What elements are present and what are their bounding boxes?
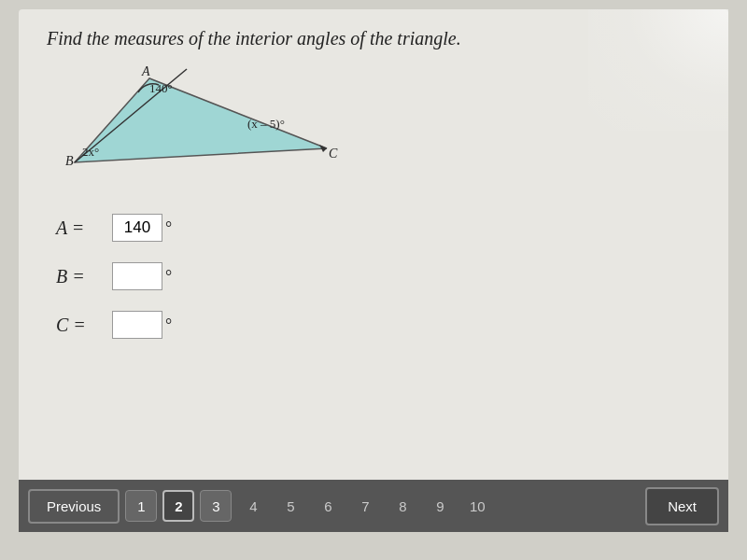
- answers-section: A = ° B = ° C = °: [56, 214, 700, 339]
- triangle-diagram: A B C 140° 2x° (x – 5)°: [65, 64, 383, 195]
- page-4-button[interactable]: 4: [237, 490, 269, 522]
- answer-row-b: B = °: [56, 262, 700, 290]
- nav-bar: Previous 1 2 3 4 5 6 7 8 9 10 Next: [19, 480, 728, 532]
- svg-text:B: B: [65, 154, 74, 168]
- answer-row-a: A = °: [56, 214, 700, 242]
- main-content: Find the measures of the interior angles…: [19, 9, 728, 532]
- answer-b-degree: °: [165, 267, 172, 287]
- answer-b-input[interactable]: [112, 262, 162, 290]
- page-7-button[interactable]: 7: [349, 490, 381, 522]
- page-10-button[interactable]: 10: [461, 490, 493, 522]
- answer-b-label: B =: [56, 266, 112, 287]
- triangle-svg: A B C 140° 2x° (x – 5)°: [65, 64, 383, 195]
- svg-text:C: C: [329, 147, 338, 161]
- answer-c-input[interactable]: [112, 311, 162, 339]
- page-5-button[interactable]: 5: [275, 490, 306, 522]
- answer-a-input[interactable]: [112, 214, 162, 242]
- page-2-button[interactable]: 2: [162, 490, 194, 522]
- page-6-button[interactable]: 6: [312, 490, 344, 522]
- answer-c-label: C =: [56, 315, 112, 336]
- svg-marker-0: [75, 78, 327, 162]
- page-3-button[interactable]: 3: [200, 490, 232, 522]
- page-8-button[interactable]: 8: [387, 490, 418, 522]
- next-button[interactable]: Next: [645, 487, 719, 525]
- answer-c-degree: °: [165, 315, 172, 335]
- question-title: Find the measures of the interior angles…: [47, 28, 700, 49]
- svg-text:140°: 140°: [149, 81, 173, 95]
- answer-a-label: A =: [56, 217, 112, 239]
- previous-button[interactable]: Previous: [28, 489, 120, 524]
- answer-a-degree: °: [165, 218, 172, 238]
- page-1-button[interactable]: 1: [125, 490, 157, 522]
- page-9-button[interactable]: 9: [424, 490, 456, 522]
- answer-row-c: C = °: [56, 311, 700, 339]
- svg-text:A: A: [141, 64, 150, 78]
- svg-text:(x – 5)°: (x – 5)°: [247, 117, 285, 131]
- svg-text:2x°: 2x°: [82, 145, 99, 159]
